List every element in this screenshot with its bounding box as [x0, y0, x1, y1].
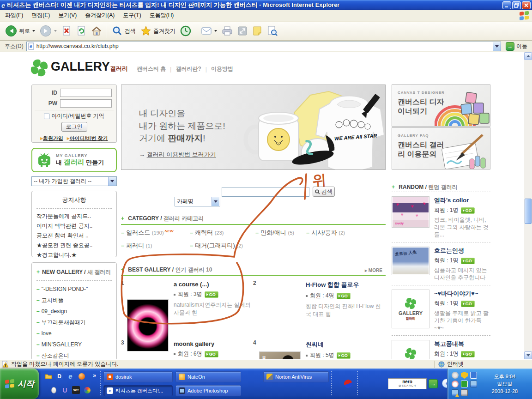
login-button[interactable]: 로그인	[61, 122, 87, 132]
random-thumbnail[interactable]: GALLERY 갤러리	[392, 290, 429, 328]
history-button[interactable]	[178, 24, 193, 37]
notice-item[interactable]: 작가분들에게 공지드..	[36, 212, 112, 221]
go-button[interactable]: GO	[337, 293, 351, 299]
id-field[interactable]	[60, 89, 112, 97]
tray-window-icon[interactable]	[470, 372, 477, 379]
nav-canvast-home[interactable]: 캔버스티 홈	[137, 65, 166, 73]
minimize-button[interactable]	[502, 1, 511, 9]
nav-what-is-gallery[interactable]: 갤러리란?	[175, 65, 201, 73]
go-button[interactable]: GO	[461, 207, 475, 214]
gallery-search-button[interactable]: 검색	[313, 187, 335, 197]
random-title[interactable]: 복고풍내복	[434, 340, 490, 348]
category-illust[interactable]: –일러스트 (190)NEW	[121, 229, 173, 237]
my-gallery-banner[interactable]: MY GALLERY 내 갤러리 만들기	[31, 148, 117, 172]
gallery-search-input[interactable]	[222, 187, 309, 197]
task-canvast-ie[interactable]: e 티셔츠는 캔버스다!...	[103, 385, 173, 396]
more-link[interactable]: ▸ MORE	[365, 268, 382, 273]
menu-file[interactable]: 파일(F)	[1, 10, 27, 21]
menu-view[interactable]: 보기(V)	[54, 10, 81, 21]
forward-button[interactable]	[37, 24, 59, 38]
menu-favorites[interactable]: 즐겨찾기(A)	[81, 10, 119, 21]
korean-ime-icon[interactable]	[344, 380, 352, 388]
edit-button[interactable]	[235, 25, 250, 37]
best-title[interactable]: H-Flow 힙합 플로우	[306, 281, 386, 289]
forward-dropdown-icon[interactable]	[54, 30, 57, 32]
nero-search-box[interactable]: nero @SEARCH	[388, 378, 427, 389]
taskbar-clock[interactable]: 오후 9:04 일요일 2008-12-28	[479, 373, 530, 395]
tray-gauge-icon[interactable]	[452, 381, 459, 387]
notice-item[interactable]: 공모전 참여 확인서 ..	[36, 231, 112, 241]
go-button[interactable]: GO	[205, 291, 218, 298]
find-id-link[interactable]: ▸아이디/비번 찾기	[67, 135, 108, 142]
best-title[interactable]: a course (...)	[174, 281, 252, 288]
back-dropdown-icon[interactable]	[32, 30, 35, 32]
notice-item[interactable]: 이미지 엑박관련 공지..	[36, 221, 112, 231]
favorites-button[interactable]: 즐겨찾기	[138, 24, 178, 37]
refresh-button[interactable]	[74, 24, 89, 37]
tray-nateon-icon[interactable]	[461, 381, 468, 387]
scroll-down-button[interactable]	[524, 351, 532, 359]
close-button[interactable]	[522, 1, 531, 9]
go-button[interactable]: GO	[461, 258, 475, 264]
new-gallery-item[interactable]: –고치비뚤	[36, 295, 112, 306]
mail-button[interactable]	[199, 25, 219, 36]
random-title[interactable]: 흐르는인생	[434, 247, 490, 255]
best-title[interactable]: moonk gallery	[174, 340, 252, 347]
quicklaunch-d-icon[interactable]: D	[55, 372, 63, 380]
joined-gallery-select[interactable]: -- 내가 가입한 갤러리 --	[31, 176, 117, 186]
select-dropdown-icon[interactable]	[212, 197, 219, 206]
scrollbar-thumb[interactable]	[525, 199, 532, 224]
notice-item[interactable]: ★경고합니다.★	[36, 250, 112, 260]
category-graffiti[interactable]: –태거(그래피티) (2)	[190, 242, 243, 250]
quicklaunch-media-icon[interactable]	[83, 386, 91, 394]
note-button[interactable]	[250, 25, 265, 37]
go-button[interactable]: GO	[337, 352, 351, 359]
menu-tools[interactable]: 도구(T)	[119, 10, 145, 21]
home-button[interactable]	[89, 24, 104, 37]
banner-link[interactable]: → 갤러리 이용방법 보러가기	[139, 151, 216, 159]
category-parody[interactable]: –패러디 (1)	[121, 242, 152, 250]
vertical-scrollbar[interactable]	[524, 52, 532, 359]
category-satire[interactable]: –시사/풍자 (2)	[306, 229, 345, 237]
find-button[interactable]	[265, 24, 280, 37]
tray-monitor-icon[interactable]	[461, 389, 468, 396]
random-title[interactable]: 엘라's collor	[434, 196, 490, 205]
restore-button[interactable]	[512, 1, 521, 9]
faq-promo-banner[interactable]: GALLERY FAQ 캔버스티 갤러리 이용문의	[392, 127, 490, 169]
quicklaunch-overflow-chevron[interactable]: »	[91, 371, 98, 379]
best-title[interactable]: 씬씨네	[306, 340, 386, 349]
menu-help[interactable]: 도움말(H)	[145, 10, 178, 21]
tray-network-warning-icon[interactable]	[452, 389, 459, 396]
menu-edit[interactable]: 편집(E)	[27, 10, 54, 21]
address-dropdown-icon[interactable]	[493, 42, 501, 51]
search-field-select[interactable]: 카페명	[175, 197, 220, 206]
notice-item[interactable]: ★공모전 관련 중요공..	[36, 241, 112, 250]
designer-promo-banner[interactable]: CANVAS-T DESIGNER 캔버스티 디자이너되기	[392, 85, 490, 127]
quicklaunch-u-icon[interactable]: U	[61, 386, 69, 394]
new-gallery-item[interactable]: –"-DESIGN POND-"	[36, 284, 112, 295]
nav-how-to-use[interactable]: 이용방법	[211, 65, 233, 73]
select-dropdown-icon[interactable]	[108, 177, 116, 186]
scroll-up-button[interactable]	[524, 52, 532, 60]
tray-network-icon[interactable]	[470, 381, 477, 387]
task-dosirak[interactable]: dosirak	[103, 371, 173, 382]
mail-dropdown-icon[interactable]	[214, 30, 217, 32]
random-thumbnail[interactable]: ♥♥♥ ♥♥ lovely	[392, 196, 429, 228]
remember-checkbox[interactable]	[44, 114, 49, 119]
random-thumbnail[interactable]: GALLERY 갤러리	[392, 340, 429, 359]
back-button[interactable]: 뒤로	[3, 24, 37, 38]
new-gallery-item[interactable]: –love	[36, 328, 112, 339]
new-gallery-item[interactable]: –09_design	[36, 306, 112, 317]
task-nateon[interactable]: NateOn	[175, 371, 241, 382]
quicklaunch-ie-icon[interactable]: e	[66, 372, 74, 380]
new-gallery-item[interactable]: –부끄러운새침때기	[36, 317, 112, 328]
task-norton[interactable]: Norton AntiVirus	[263, 371, 329, 382]
best-thumbnail-hflow[interactable]: H - F L O W	[259, 351, 301, 359]
search-button[interactable]: 검색	[109, 24, 138, 37]
join-link[interactable]: ▸회원가입	[40, 135, 63, 142]
pw-field[interactable]	[60, 99, 112, 108]
start-button[interactable]: 시작	[0, 369, 39, 399]
category-comic[interactable]: –만화/애니 (5)	[255, 229, 294, 237]
random-title[interactable]: ~♥바다이야기♥~	[434, 290, 490, 298]
go-button[interactable]: GO	[461, 301, 475, 307]
